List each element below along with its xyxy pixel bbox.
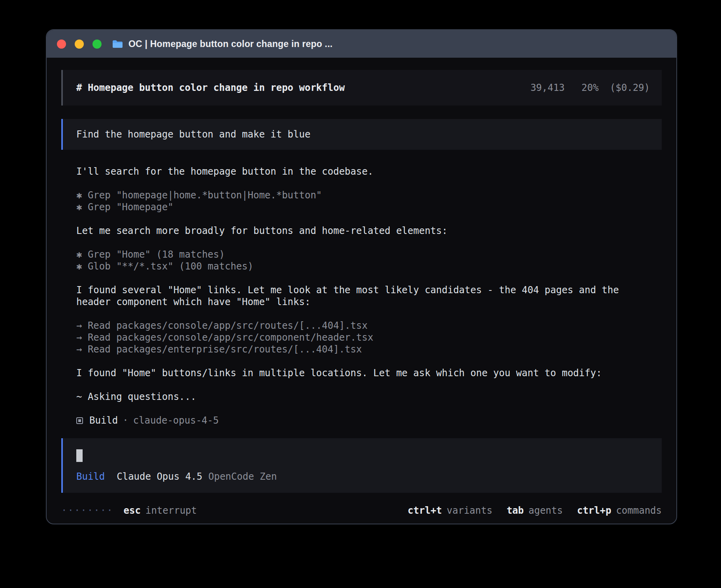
session-cost: ($0.29) — [610, 82, 650, 93]
tool-call-line: → Read packages/console/app/src/routes/[… — [76, 320, 647, 332]
tool-call-group: ✱ Grep "homepage|home.*button|Home.*butt… — [76, 189, 647, 213]
zoom-button[interactable] — [92, 40, 102, 49]
assistant-text: I found "Home" buttons/links in multiple… — [76, 367, 647, 379]
shortcut-label: variants — [447, 505, 493, 516]
tool-call-line: ✱ Grep "Homepage" — [76, 201, 647, 213]
status-bar: ········ esc interrupt ctrl+t variants t… — [61, 505, 662, 516]
user-message: Find the homepage button and make it blu… — [61, 119, 662, 150]
token-count: 39,413 — [530, 82, 565, 93]
prompt-input[interactable]: Build Claude Opus 4.5 OpenCode Zen — [61, 438, 662, 493]
status-separator: · — [123, 415, 128, 426]
conversation: I'll search for the homepage button in t… — [76, 166, 647, 426]
spinner-dots: ········ — [61, 505, 113, 516]
tool-call-line: → Read packages/console/app/src/componen… — [76, 332, 647, 343]
agent-mode-label[interactable]: Build — [76, 471, 105, 482]
traffic-lights — [57, 40, 110, 49]
tool-call-line: ✱ Glob "**/*.tsx" (100 matches) — [76, 260, 647, 272]
shortcut-label: commands — [616, 505, 662, 516]
assistant-text: I'll search for the homepage button in t… — [76, 166, 647, 177]
tool-call-group: ✱ Grep "Home" (18 matches) ✱ Glob "**/*.… — [76, 249, 647, 272]
agent-name: Build — [89, 415, 118, 426]
shortcut-label: agents — [528, 505, 563, 516]
tool-call-group: → Read packages/console/app/src/routes/[… — [76, 320, 647, 355]
text-cursor — [76, 449, 83, 462]
assistant-text: ~ Asking questions... — [76, 391, 647, 403]
shortcut-key: ctrl+t — [408, 505, 442, 516]
shortcut-key: ctrl+p — [577, 505, 612, 516]
provider-name: OpenCode Zen — [208, 471, 277, 482]
window-title: OC | Homepage button color change in rep… — [128, 39, 332, 49]
tool-call-line: → Read packages/enterprise/src/routes/[.… — [76, 343, 647, 355]
tool-call-line: ✱ Grep "Home" (18 matches) — [76, 249, 647, 260]
esc-label: interrupt — [145, 505, 197, 516]
agent-icon — [76, 417, 83, 424]
minimize-button[interactable] — [75, 40, 84, 49]
shortcut-agents[interactable]: tab agents — [507, 505, 563, 516]
agent-status-row: Build · claude-opus-4-5 — [76, 415, 647, 426]
session-stats: 39,413 20% ($0.29) — [530, 82, 650, 94]
close-button[interactable] — [57, 40, 66, 49]
terminal-content: # Homepage button color change in repo w… — [47, 58, 676, 516]
shortcut-key: tab — [507, 505, 524, 516]
model-name[interactable]: Claude Opus 4.5 — [117, 471, 202, 482]
tool-call-line: ✱ Grep "homepage|home.*button|Home.*butt… — [76, 189, 647, 201]
terminal-window: OC | Homepage button color change in rep… — [46, 29, 677, 524]
user-message-text: Find the homepage button and make it blu… — [76, 129, 310, 140]
titlebar[interactable]: OC | Homepage button color change in rep… — [47, 30, 676, 58]
shortcut-variants[interactable]: ctrl+t variants — [408, 505, 492, 516]
input-meta: Build Claude Opus 4.5 OpenCode Zen — [76, 471, 648, 482]
assistant-text: I found several "Home" links. Let me loo… — [76, 284, 647, 308]
session-title: # Homepage button color change in repo w… — [76, 82, 345, 94]
shortcut-hints: ctrl+t variants tab agents ctrl+p comman… — [408, 505, 662, 516]
folder-icon — [112, 40, 123, 49]
esc-key[interactable]: esc — [124, 505, 141, 516]
model-id: claude-opus-4-5 — [133, 415, 219, 426]
context-percent: 20% — [581, 82, 598, 93]
session-header: # Homepage button color change in repo w… — [61, 70, 662, 106]
shortcut-commands[interactable]: ctrl+p commands — [577, 505, 662, 516]
assistant-text: Let me search more broadly for buttons a… — [76, 225, 647, 237]
